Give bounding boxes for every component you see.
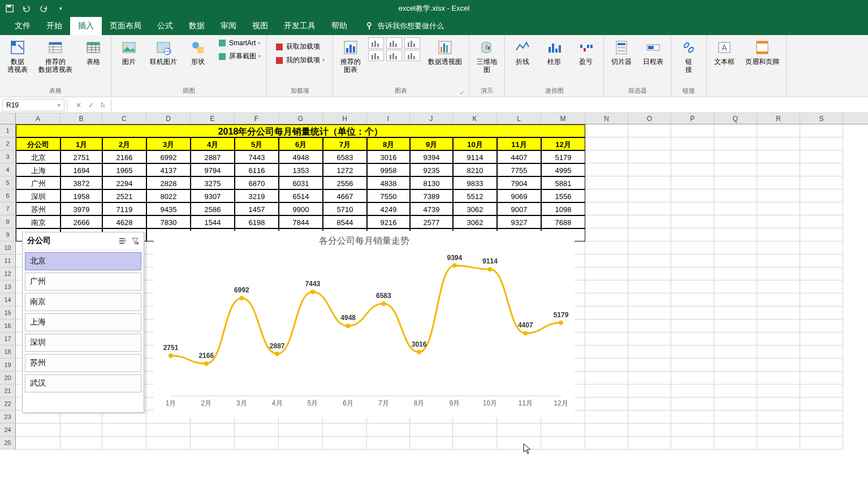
cell[interactable]: 4948 [279,150,323,163]
cell[interactable] [757,176,800,189]
column-header[interactable]: S [800,113,843,124]
slicer-item[interactable]: 深圳 [25,334,141,352]
cell[interactable]: 8130 [410,176,453,189]
cell[interactable] [800,319,843,332]
cell[interactable] [453,424,497,437]
cell[interactable] [757,228,800,241]
cell[interactable]: 4739 [410,202,453,215]
cell[interactable] [800,411,843,424]
row-header[interactable]: 13 [0,280,16,293]
cell[interactable] [671,241,714,254]
column-header[interactable]: H [323,113,367,124]
cell[interactable]: 5512 [453,189,497,202]
cell[interactable] [585,385,628,398]
cell[interactable]: 7688 [541,215,585,228]
cell[interactable]: 9833 [453,176,497,189]
cell[interactable] [585,189,628,202]
cell[interactable]: 9435 [146,202,191,215]
column-header[interactable]: P [671,113,714,124]
cell[interactable] [714,202,757,215]
cell[interactable] [800,293,843,306]
row-header[interactable]: 9 [0,228,16,241]
cell[interactable]: 分公司 [16,137,61,150]
cell[interactable]: 8月 [367,137,410,150]
cell[interactable]: 9794 [191,163,235,176]
cell[interactable] [628,176,671,189]
cell[interactable]: 苏州 [16,202,61,215]
cell[interactable] [585,424,628,437]
cell[interactable] [800,424,843,437]
cell[interactable] [410,437,453,450]
cell[interactable]: 5881 [541,176,585,189]
cell[interactable] [235,437,279,450]
tab-页面布局[interactable]: 页面布局 [102,17,149,35]
row-header[interactable]: 10 [0,241,16,254]
cell[interactable] [671,163,714,176]
cell[interactable]: 6583 [323,150,367,163]
cell[interactable] [585,163,628,176]
cell[interactable] [671,280,714,293]
cell[interactable] [671,228,714,241]
chart-type-icon[interactable] [404,50,420,61]
table-button[interactable]: 表格 [79,37,107,67]
cell[interactable] [585,398,628,411]
sparkline-winloss-button[interactable]: 盈亏 [572,37,600,67]
cell[interactable] [757,306,800,319]
row-header[interactable]: 22 [0,398,16,411]
cell[interactable] [585,228,628,241]
cell[interactable]: 2018年分公司每月销量统计（单位：个） [16,124,585,137]
cell[interactable] [61,437,102,450]
cell[interactable]: 3016 [367,150,410,163]
row-header[interactable]: 4 [0,163,16,176]
cell[interactable] [671,424,714,437]
cell[interactable] [800,332,843,346]
column-header[interactable]: G [279,113,323,124]
cell[interactable]: 12月 [541,137,585,150]
row-header[interactable]: 2 [0,137,16,150]
3d-map-button[interactable]: 三维地图 [473,37,501,75]
row-header[interactable]: 15 [0,306,16,319]
timeline-button[interactable]: 日程表 [639,37,667,67]
cell[interactable] [800,346,843,359]
cell[interactable]: 7755 [497,163,541,176]
cell[interactable]: 4628 [102,215,146,228]
cell[interactable]: 9216 [367,215,410,228]
cell[interactable] [585,293,628,306]
cell[interactable]: 11月 [497,137,541,150]
row-header[interactable]: 17 [0,332,16,346]
cell[interactable] [714,228,757,241]
link-button[interactable]: 链接 [675,37,703,75]
cell[interactable] [323,437,367,450]
picture-button[interactable]: 图片 [115,37,143,67]
cell[interactable] [628,385,671,398]
cell[interactable]: 6514 [279,189,323,202]
cell[interactable] [757,163,800,176]
cell[interactable] [279,424,323,437]
cell[interactable] [714,346,757,359]
row-header[interactable]: 3 [0,150,16,163]
cell[interactable] [671,150,714,163]
cell[interactable] [714,319,757,332]
column-header[interactable]: J [410,113,453,124]
cell[interactable] [671,254,714,267]
cell[interactable] [714,293,757,306]
recommended-pivot-button[interactable]: 推荐的数据透视表 [35,37,76,75]
cell[interactable]: 7443 [235,150,279,163]
cell[interactable]: 3062 [453,215,497,228]
get-addins-button[interactable]: 获取加载项 [273,41,327,53]
cell[interactable]: 9327 [497,215,541,228]
cell[interactable] [800,215,843,228]
cell[interactable] [146,437,191,450]
cell[interactable] [800,372,843,385]
cell[interactable] [671,411,714,424]
cell[interactable] [714,137,757,150]
cell[interactable]: 6870 [235,176,279,189]
cell[interactable] [628,398,671,411]
cell[interactable] [714,372,757,385]
cell[interactable] [757,437,800,450]
column-header[interactable]: N [585,113,628,124]
cell[interactable] [757,346,800,359]
cell[interactable] [628,124,671,137]
fx-icon[interactable]: fx [101,101,105,109]
cell[interactable] [800,202,843,215]
